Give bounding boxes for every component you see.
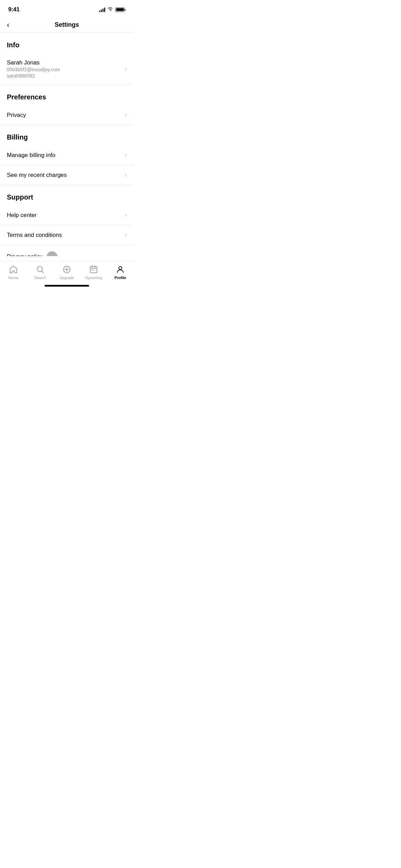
recent-charges-item[interactable]: See my recent charges › [0,165,134,185]
user-name: Sarah Jonas [7,59,60,66]
settings-content: Info Sarah Jonas 5503b5f2@moodjoy.com sa… [0,33,134,256]
chevron-right-icon: › [125,231,127,239]
svg-rect-5 [90,266,97,273]
chevron-right-icon: › [125,212,127,219]
wifi-icon [107,7,113,13]
profile-info-text: Sarah Jonas 5503b5f2@moodjoy.com sarah86… [7,59,60,79]
profile-info-item[interactable]: Sarah Jonas 5503b5f2@moodjoy.com sarah86… [0,53,134,85]
preferences-section: Preferences Privacy › [0,85,134,125]
signal-icon [99,7,105,12]
chevron-right-icon: › [125,152,127,159]
manage-billing-item[interactable]: Manage billing info › [0,145,134,165]
tab-upgrade-label: Upgrade [60,276,74,280]
status-icons [99,7,125,13]
user-email: 5503b5f2@moodjoy.com [7,67,60,72]
preferences-section-header: Preferences [0,85,134,105]
status-bar: 9:41 [0,0,134,17]
upgrade-icon [62,265,72,274]
chevron-right-icon: › [125,65,127,73]
back-button[interactable]: ‹ [7,21,9,29]
tab-upgrade[interactable]: Upgrade [57,265,77,280]
profile-icon [116,265,125,274]
chevron-right-icon: › [125,111,127,119]
tab-search-label: Search [34,276,46,280]
support-section: Support Help center › Terms and conditio… [0,185,134,256]
home-icon [9,265,18,274]
user-handle: sarah866562 [7,73,60,79]
info-section: Info Sarah Jonas 5503b5f2@moodjoy.com sa… [0,33,134,85]
terms-label: Terms and conditions [7,232,62,239]
privacy-policy-toggle[interactable] [47,251,58,256]
tab-home[interactable]: Home [3,265,24,280]
tab-search[interactable]: Search [30,265,50,280]
help-center-item[interactable]: Help center › [0,205,134,225]
tab-profile[interactable]: Profile [110,265,131,280]
tab-profile-label: Profile [114,276,126,280]
search-icon [35,265,45,274]
privacy-policy-item[interactable]: Privacy policy › [0,245,134,256]
tab-upcoming-label: Upcoming [85,276,102,280]
svg-line-1 [42,271,44,273]
chevron-right-icon: › [125,171,127,179]
privacy-policy-row: Privacy policy [7,251,58,256]
battery-icon [115,8,125,12]
upcoming-icon [89,265,98,274]
privacy-item[interactable]: Privacy › [0,105,134,125]
nav-header: ‹ Settings [0,17,134,33]
info-section-header: Info [0,33,134,53]
help-center-label: Help center [7,212,37,219]
page-title: Settings [54,21,79,28]
status-time: 9:41 [8,6,20,13]
svg-point-11 [119,266,122,269]
privacy-policy-label: Privacy policy [7,253,42,256]
tab-home-label: Home [8,276,18,280]
manage-billing-label: Manage billing info [7,152,56,159]
chevron-right-icon: › [125,253,127,256]
tab-upcoming[interactable]: Upcoming [83,265,104,280]
terms-item[interactable]: Terms and conditions › [0,225,134,245]
privacy-label: Privacy [7,112,26,119]
home-indicator [45,285,89,287]
billing-section: Billing Manage billing info › See my rec… [0,125,134,185]
recent-charges-label: See my recent charges [7,172,67,179]
billing-section-header: Billing [0,125,134,145]
support-section-header: Support [0,185,134,205]
